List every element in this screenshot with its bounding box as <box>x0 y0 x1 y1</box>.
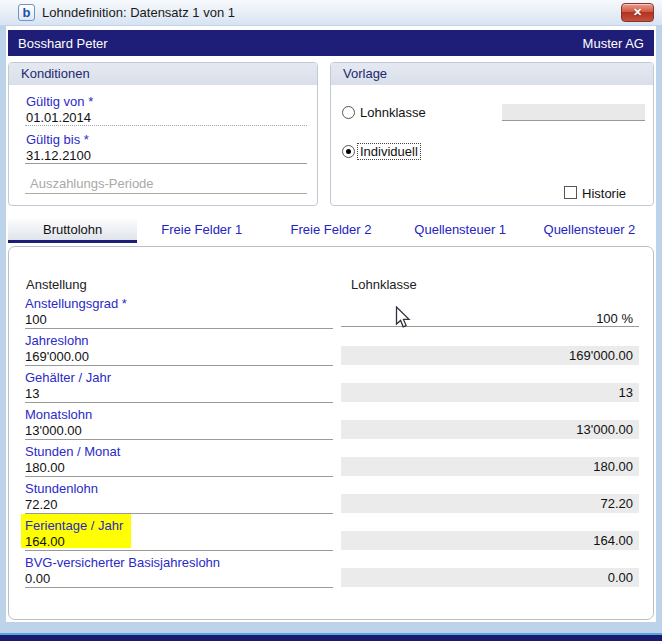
field-value-input[interactable]: 0.00 <box>25 571 50 586</box>
field-underline <box>25 402 333 403</box>
lohnklasse-field-value: 180.00 <box>341 457 639 476</box>
title-bar: b Lohndefinition: Datensatz 1 von 1 ✕ <box>0 0 662 26</box>
field-value-input[interactable]: 13'000.00 <box>25 423 82 438</box>
tab-label: Freie Felder 2 <box>291 222 372 237</box>
gueltig-bis-underline <box>25 163 307 164</box>
bottom-status-bar <box>0 633 662 641</box>
window-title: Lohndefinition: Datensatz 1 von 1 <box>42 5 235 20</box>
tab-3[interactable]: Quellensteuer 1 <box>396 218 525 243</box>
person-name: Bosshard Peter <box>18 36 108 51</box>
field-label: Monatslohn <box>25 407 92 422</box>
field-underline <box>25 550 333 551</box>
individuell-radio[interactable] <box>342 145 355 158</box>
historie-checkbox-label[interactable]: Historie <box>582 186 626 201</box>
tab-4[interactable]: Quellensteuer 2 <box>525 218 654 243</box>
mouse-cursor <box>395 306 413 330</box>
tab-strip: Bruttolohn Freie Felder 1 Freie Felder 2… <box>8 218 654 243</box>
field-label: Ferientage / Jahr <box>25 518 123 533</box>
form-row: Stundenlohn 72.20 72.20 <box>25 480 639 517</box>
lohnklasse-field-value: 100 % <box>341 309 639 327</box>
tab-label: Quellensteuer 2 <box>544 222 636 237</box>
lohndefinition-window: b Lohndefinition: Datensatz 1 von 1 ✕ Bo… <box>0 0 662 641</box>
lohnklasse-field-value: 164.00 <box>341 531 639 550</box>
lohnklasse-value-field <box>502 104 645 121</box>
lohnklasse-field-value: 169'000.00 <box>341 346 639 365</box>
field-label: Gehälter / Jahr <box>25 370 111 385</box>
lohnklasse-field-value: 13'000.00 <box>341 420 639 439</box>
lohnklasse-radio-label[interactable]: Lohnklasse <box>360 105 426 120</box>
tab-2[interactable]: Freie Felder 2 <box>266 218 395 243</box>
company-name: Muster AG <box>583 36 644 51</box>
gueltig-von-field[interactable]: 01.01.2014 <box>26 110 91 125</box>
lohnklasse-field-value: 0.00 <box>341 568 639 587</box>
field-value-input[interactable]: 13 <box>25 386 39 401</box>
tab-label: Bruttolohn <box>43 222 102 237</box>
form-row: Stunden / Monat 180.00 180.00 <box>25 443 639 480</box>
lohnklasse-radio[interactable] <box>342 106 355 119</box>
column-header-lohnklasse: Lohnklasse <box>351 277 417 292</box>
lohnklasse-field-value: 13 <box>341 383 639 402</box>
form-row: Gehälter / Jahr 13 13 <box>25 369 639 406</box>
tab-1[interactable]: Freie Felder 1 <box>137 218 266 243</box>
form-rows: Anstellungsgrad * 100 100 % Jahreslohn 1… <box>25 295 639 591</box>
tab-label: Quellensteuer 1 <box>414 222 506 237</box>
konditionen-group-title: Konditionen <box>9 63 317 85</box>
field-underline <box>25 439 333 440</box>
field-underline <box>25 476 333 477</box>
field-underline <box>25 365 333 366</box>
vorlage-group-title: Vorlage <box>331 63 653 85</box>
app-icon: b <box>18 4 35 21</box>
auszahlungs-periode-field[interactable]: Auszahlungs-Periode <box>30 176 154 191</box>
form-row: BVG-versicherter Basisjahreslohn 0.00 0.… <box>25 554 639 591</box>
field-underline <box>25 587 333 588</box>
auszahlungs-periode-underline <box>25 193 307 194</box>
vorlage-group: Vorlage <box>330 62 654 206</box>
historie-checkbox[interactable] <box>564 186 577 199</box>
form-row: Ferientage / Jahr 164.00 164.00 <box>25 517 639 554</box>
field-value-input[interactable]: 164.00 <box>25 534 65 549</box>
form-row: Anstellungsgrad * 100 100 % <box>25 295 639 332</box>
field-underline <box>25 328 333 329</box>
form-row: Monatslohn 13'000.00 13'000.00 <box>25 406 639 443</box>
tab-0[interactable]: Bruttolohn <box>8 218 137 243</box>
bruttolohn-panel: Anstellung Lohnklasse Anstellungsgrad * … <box>8 246 654 620</box>
gueltig-bis-label: Gültig bis * <box>26 132 89 147</box>
individuell-radio-label[interactable]: Individuell <box>358 144 420 159</box>
konditionen-group: Konditionen Gültig von * 01.01.2014 Gült… <box>8 62 318 206</box>
field-value-input[interactable]: 100 <box>25 312 47 327</box>
field-label: Anstellungsgrad * <box>25 296 127 311</box>
field-value-input[interactable]: 180.00 <box>25 460 65 475</box>
field-value-input[interactable]: 72.20 <box>25 497 58 512</box>
gueltig-von-underline <box>25 125 307 126</box>
form-row: Jahreslohn 169'000.00 169'000.00 <box>25 332 639 369</box>
record-header-bar: Bosshard Peter Muster AG <box>8 30 654 56</box>
field-label: Jahreslohn <box>25 333 89 348</box>
close-button[interactable]: ✕ <box>621 3 654 22</box>
tab-label: Freie Felder 1 <box>161 222 242 237</box>
field-value-input[interactable]: 169'000.00 <box>25 349 89 364</box>
field-label: Stunden / Monat <box>25 444 120 459</box>
gueltig-von-label: Gültig von * <box>26 94 93 109</box>
field-label: Stundenlohn <box>25 481 98 496</box>
field-label: BVG-versicherter Basisjahreslohn <box>25 555 220 570</box>
gueltig-bis-field[interactable]: 31.12.2100 <box>26 148 91 163</box>
lohnklasse-field-value: 72.20 <box>341 494 639 513</box>
column-header-anstellung: Anstellung <box>26 277 87 292</box>
